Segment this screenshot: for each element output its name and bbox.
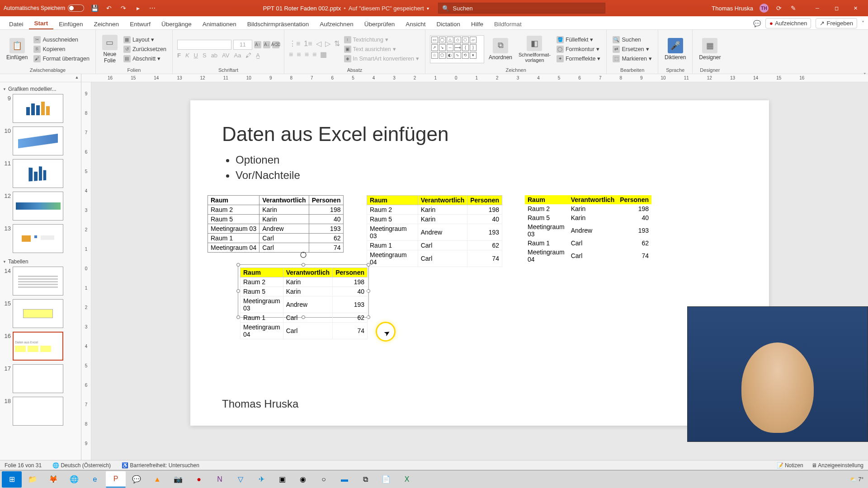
taskbar-edge[interactable]: e	[85, 471, 105, 488]
start-button[interactable]: ⊞	[2, 471, 22, 488]
text-direction-button[interactable]: ↕Textrichtung▾	[343, 36, 420, 44]
taskbar-app[interactable]: ○	[314, 471, 334, 488]
italic-icon[interactable]: K	[185, 52, 189, 59]
font-family-select[interactable]	[177, 40, 231, 50]
taskbar-vscode[interactable]: ▽	[231, 471, 250, 488]
new-slide-button[interactable]: ▭Neue Folie	[100, 34, 119, 65]
align-text-button[interactable]: ▣Text ausrichten▾	[343, 45, 420, 53]
scroll-up-icon[interactable]: ▲	[74, 75, 80, 81]
accessibility-indicator[interactable]: ♿ Barrierefreiheit: Untersuchen	[122, 462, 199, 469]
thumbnail-panel[interactable]: Grafiken modellier... 9 10 11 12 13 Tabe…	[0, 82, 81, 460]
strike-icon[interactable]: S	[203, 52, 207, 59]
reset-button[interactable]: ↺Zurücksetzen	[122, 45, 168, 53]
thumbnail-16[interactable]: Daten aus Excel	[13, 332, 63, 361]
search-input[interactable]	[453, 5, 601, 12]
excel-table-yellow-1[interactable]: RaumVerantwortlichPersonen Raum 2Karin19…	[367, 195, 502, 267]
horizontal-ruler[interactable]: 1615141312111098765432101234567891011121…	[81, 74, 868, 82]
weather-widget[interactable]: ⛅ 7°	[850, 476, 863, 483]
taskbar-app[interactable]: 📷	[168, 471, 188, 488]
replace-button[interactable]: ⇄Ersetzen▾	[611, 45, 653, 53]
section-button[interactable]: ▤Abschnitt▾	[122, 55, 168, 63]
taskbar-app[interactable]: ●	[189, 471, 209, 488]
tab-uebergaenge[interactable]: Übergänge	[156, 18, 197, 29]
tab-animationen[interactable]: Animationen	[197, 18, 242, 29]
taskbar-app[interactable]: ⧉	[355, 471, 375, 488]
shape-outline-button[interactable]: ◯Formkontur▾	[555, 45, 602, 53]
slide-counter[interactable]: Folie 16 von 31	[5, 462, 42, 469]
thumbnail-10[interactable]	[13, 127, 63, 155]
tab-dictation[interactable]: Dictation	[431, 18, 466, 29]
quickstyle-button[interactable]: ◧Schnellformat- vorlagen	[517, 35, 552, 64]
paste-button[interactable]: 📋Einfügen	[5, 37, 29, 61]
font-size-select[interactable]	[233, 40, 252, 50]
rotate-handle-icon[interactable]	[300, 251, 307, 258]
dictate-button[interactable]: 🎤Diktieren	[663, 37, 688, 61]
arrange-button[interactable]: ⧉Anordnen	[487, 37, 514, 61]
ribbon-collapse-icon[interactable]: ˅	[862, 20, 864, 27]
close-button[interactable]: ✕	[846, 1, 864, 15]
taskbar-app[interactable]: 💬	[127, 471, 146, 488]
undo-icon[interactable]: ↶	[105, 4, 113, 12]
redo-icon[interactable]: ↷	[119, 4, 127, 12]
taskbar-app[interactable]: ◉	[293, 471, 313, 488]
designer-button[interactable]: ▦Designer	[697, 37, 722, 61]
align-center-icon[interactable]: ≡	[297, 51, 301, 59]
taskbar-file-explorer[interactable]: 📁	[23, 471, 42, 488]
tab-ueberpruefen[interactable]: Überprüfen	[359, 18, 401, 29]
comments-icon[interactable]: 💬	[753, 19, 761, 28]
format-painter-button[interactable]: 🖌Format übertragen	[32, 55, 91, 63]
notes-button[interactable]: 📝 Notizen	[777, 462, 803, 469]
more-icon[interactable]: ⋯	[148, 4, 156, 12]
taskbar-vlc[interactable]: ▲	[147, 471, 167, 488]
sync-icon[interactable]: ⟳	[775, 4, 783, 12]
display-settings-button[interactable]: 🖥 Anzeigeeinstellung	[811, 462, 863, 469]
bullet-list[interactable]: Optionen Vor/Nachteile	[222, 154, 737, 182]
language-indicator[interactable]: 🌐 Deutsch (Österreich)	[52, 462, 111, 469]
underline-icon[interactable]: U	[194, 52, 198, 59]
section-header[interactable]: Grafiken modellier...	[2, 84, 79, 94]
ribbon-expand-icon[interactable]: ˅	[863, 72, 866, 78]
autosave-toggle[interactable]: Automatisches Speichern	[4, 5, 84, 12]
pen-icon[interactable]: ✎	[789, 4, 797, 12]
line-spacing-icon[interactable]: ⇅	[334, 39, 340, 48]
find-button[interactable]: 🔍Suchen	[611, 36, 653, 44]
list-item[interactable]: Vor/Nachteile	[236, 169, 737, 182]
indent-inc-icon[interactable]: ▷	[325, 39, 330, 48]
thumbnail-15[interactable]	[13, 299, 63, 328]
section-header[interactable]: Tabellen	[2, 257, 79, 267]
resize-handle[interactable]	[236, 315, 240, 319]
thumbnail-12[interactable]	[13, 192, 63, 221]
tab-ansicht[interactable]: Ansicht	[400, 18, 431, 29]
document-title[interactable]: PPT 01 Roter Faden 002.pptx • Auf "diese…	[263, 5, 429, 12]
thumbnail-14[interactable]	[13, 267, 63, 296]
tab-aufzeichnen[interactable]: Aufzeichnen	[314, 18, 359, 29]
tab-entwurf[interactable]: Entwurf	[124, 18, 156, 29]
excel-table-selected[interactable]: RaumVerantwortlichPersonen Raum 2Karin19…	[240, 267, 368, 339]
tab-datei[interactable]: Datei	[4, 18, 29, 29]
save-icon[interactable]: 💾	[90, 4, 99, 12]
bold-icon[interactable]: F	[177, 52, 181, 59]
justify-icon[interactable]: ≡	[312, 51, 316, 59]
thumbnail-13[interactable]	[13, 224, 63, 253]
shape-effects-button[interactable]: ✦Formeffekte▾	[555, 55, 602, 63]
taskbar-telegram[interactable]: ✈	[251, 471, 271, 488]
list-item[interactable]: Optionen	[236, 154, 737, 166]
resize-handle[interactable]	[367, 263, 370, 267]
thumbnail-18[interactable]	[13, 397, 63, 426]
user-avatar[interactable]: TH	[760, 4, 769, 13]
font-color-icon[interactable]: A̲	[256, 52, 260, 59]
share-button[interactable]: ↗Freigeben	[816, 18, 857, 28]
tab-start[interactable]: Start	[29, 17, 54, 29]
taskbar-powerpoint[interactable]: P	[106, 471, 126, 488]
spacing-icon[interactable]: AV	[222, 52, 229, 59]
decrease-font-icon[interactable]: A↓	[263, 41, 270, 48]
case-icon[interactable]: Aa	[234, 52, 241, 59]
user-name[interactable]: Thomas Hruska	[712, 5, 753, 12]
slideshow-icon[interactable]: ▸	[134, 4, 142, 12]
align-left-icon[interactable]: ≡	[289, 51, 293, 59]
excel-table-yellow-2[interactable]: RaumVerantwortlichPersonen Raum 2Karin19…	[525, 195, 651, 264]
tab-bildformat[interactable]: Bildformat	[489, 18, 527, 29]
taskbar-excel[interactable]: X	[397, 471, 417, 488]
toggle-switch-icon[interactable]	[68, 5, 84, 12]
smartart-button[interactable]: ◈In SmartArt konvertieren▾	[343, 55, 420, 63]
